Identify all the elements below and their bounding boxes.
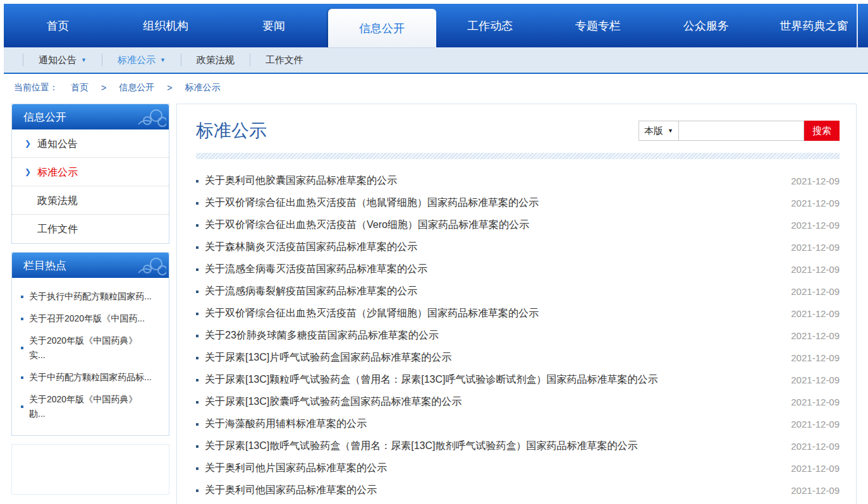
nav-item-world-pharmacopoeia[interactable]: 世界药典之窗 (760, 4, 868, 47)
announcement-link[interactable]: 关于尿素[13C]片呼气试验药盒国家药品标准草案的公示 (205, 351, 783, 364)
bullet-icon (196, 335, 199, 337)
list-item: 关于23价肺炎球菌多糖疫苗国家药品标准草案的公示 2021-12-09 (196, 325, 840, 347)
bullet-icon (21, 405, 23, 408)
list-item: 关于流感病毒裂解疫苗国家药品标准草案的公示 2021-12-09 (196, 280, 840, 303)
list-item: 关于双价肾综合征出血热灭活疫苗（地鼠肾细胞）国家药品标准草案的公示 2021-1… (196, 192, 840, 214)
page-title: 标准公示 (196, 119, 267, 143)
announcement-link[interactable]: 关于奥利司他胶囊国家药品标准草案的公示 (205, 174, 783, 188)
breadcrumb-link-home[interactable]: 首页 (71, 82, 89, 93)
search-input[interactable] (679, 121, 804, 141)
hot-topics-list: 关于执行中药配方颗粒国家药... 关于召开2020年版《中国药... 关于202… (12, 278, 169, 435)
sidebar-panel-title: 信息公开 (23, 110, 66, 124)
bullet-icon (196, 401, 199, 404)
chevron-down-icon: ▼ (81, 57, 87, 63)
sidebar-panel-title: 栏目热点 (23, 258, 66, 273)
hot-topic-item[interactable]: 关于2020年版《中国药典》 实... (21, 330, 161, 366)
sidebar-panel-header: 信息公开 (12, 104, 169, 129)
breadcrumb-separator: > (167, 83, 172, 93)
search-scope-select[interactable]: 本版 ▼ (639, 121, 679, 141)
announcement-link[interactable]: 关于尿素[13C]散呼气试验药盒（曾用名：尿素[13C]散剂呼气试验药盒）国家药… (205, 440, 783, 453)
bullet-icon (196, 489, 199, 492)
announcement-link[interactable]: 关于森林脑炎灭活疫苗国家药品标准草案的公示 (205, 241, 783, 254)
announcement-date: 2021-12-09 (791, 375, 840, 385)
sidebar-item-notices[interactable]: ❯ 通知公告 (12, 129, 169, 158)
breadcrumb-link-standard-publicity[interactable]: 标准公示 (185, 82, 220, 93)
bullet-icon (196, 379, 199, 381)
bullet-icon (196, 224, 199, 227)
nav-item-work-trends[interactable]: 工作动态 (436, 4, 544, 47)
subnav-item-label: 工作文件 (266, 54, 303, 66)
sidebar-item-work-documents[interactable]: 工作文件 (12, 215, 169, 243)
bullet-icon (196, 467, 199, 470)
main-content: 标准公示 本版 ▼ 搜索 关于奥利司他胶囊国家药品标准草案的公示 2021-12… (176, 104, 857, 504)
list-item: 关于海藻酸药用辅料标准草案的公示 2021-12-09 (196, 413, 840, 435)
list-item: 关于森林脑炎灭活疫苗国家药品标准草案的公示 2021-12-09 (196, 236, 840, 258)
subnav-item-label: 政策法规 (197, 54, 235, 66)
nav-item-news[interactable]: 要闻 (220, 4, 328, 47)
announcement-link[interactable]: 关于双价肾综合征出血热灭活疫苗（地鼠肾细胞）国家药品标准草案的公示 (205, 196, 783, 210)
announcement-date: 2021-12-09 (791, 397, 840, 407)
announcement-date: 2021-12-09 (791, 352, 840, 363)
section-divider (196, 153, 840, 159)
search-bar: 本版 ▼ 搜索 (639, 121, 840, 141)
announcement-link[interactable]: 关于流感全病毒灭活疫苗国家药品标准草案的公示 (205, 263, 783, 276)
breadcrumb: 当前位置： 首页 > 信息公开 > 标准公示 (0, 74, 868, 102)
announcement-list: 关于奥利司他胶囊国家药品标准草案的公示 2021-12-09 关于双价肾综合征出… (196, 170, 840, 501)
announcement-date: 2021-12-09 (791, 485, 840, 496)
breadcrumb-link-information-disclosure[interactable]: 信息公开 (119, 82, 154, 93)
chevron-right-icon: ❯ (25, 129, 31, 158)
search-button[interactable]: 搜索 (804, 121, 840, 141)
nav-item-information-disclosure[interactable]: 信息公开 (328, 9, 436, 47)
announcement-date: 2021-12-09 (791, 220, 840, 231)
announcement-link[interactable]: 关于尿素[13C]颗粒呼气试验药盒（曾用名：尿素[13C]呼气试验诊断试剂盒）国… (205, 373, 783, 387)
subnav-item-policies[interactable]: 政策法规 (181, 54, 250, 66)
hot-topic-item[interactable]: 关于召开2020年版《中国药... (21, 308, 161, 330)
bullet-icon (21, 318, 23, 320)
announcement-date: 2021-12-09 (791, 198, 840, 208)
bullet-icon (196, 202, 199, 205)
list-item: 关于双价肾综合征出血热灭活疫苗（Vero细胞）国家药品标准草案的公示 2021-… (196, 214, 840, 236)
sidebar-panel-header: 栏目热点 (12, 253, 169, 278)
subnav-item-work-documents[interactable]: 工作文件 (250, 54, 319, 66)
sidebar-panel-hot-topics: 栏目热点 关于执行中药配方颗粒国家药... 关于召开2020年版《中国药... (11, 252, 169, 436)
bullet-icon (21, 296, 23, 298)
sidebar-item-policies[interactable]: 政策法规 (12, 186, 169, 215)
list-item: 关于奥利司他片国家药品标准草案的公示 2021-12-09 (196, 457, 840, 479)
hot-topic-item[interactable]: 关于2020年版《中国药典》 勘... (21, 388, 161, 425)
announcement-date: 2021-12-09 (791, 242, 840, 253)
sidebar-panel-information-disclosure: 信息公开 ❯ 通知公告 ❯ 标准公示 政策法规 (11, 104, 169, 244)
nav-item-organization[interactable]: 组织机构 (112, 4, 220, 47)
chevron-down-icon: ▼ (160, 57, 166, 63)
nav-edge-divider (857, 4, 858, 47)
list-item: 关于奥利司他国家药品标准草案的公示 2021-12-09 (196, 479, 840, 501)
list-item: 关于尿素[13C]片呼气试验药盒国家药品标准草案的公示 2021-12-09 (196, 347, 840, 369)
bullet-icon (196, 423, 199, 426)
announcement-link[interactable]: 关于奥利司他片国家药品标准草案的公示 (205, 462, 783, 475)
announcement-link[interactable]: 关于奥利司他国家药品标准草案的公示 (205, 484, 783, 497)
announcement-link[interactable]: 关于23价肺炎球菌多糖疫苗国家药品标准草案的公示 (205, 329, 783, 342)
bullet-icon (196, 246, 199, 249)
list-item: 关于尿素[13C]颗粒呼气试验药盒（曾用名：尿素[13C]呼气试验诊断试剂盒）国… (196, 369, 840, 391)
breadcrumb-prefix: 当前位置： (14, 82, 58, 93)
hot-topic-item[interactable]: 关于中药配方颗粒国家药品标... (21, 366, 161, 388)
subnav-item-standard-publicity[interactable]: 标准公示 ▼ (102, 54, 181, 66)
subnav-item-notices[interactable]: 通知公告 ▼ (23, 54, 102, 66)
subnav-item-label: 通知公告 (39, 54, 76, 66)
announcement-date: 2021-12-09 (791, 308, 840, 319)
announcement-link[interactable]: 关于尿素[13C]胶囊呼气试验药盒国家药品标准草案的公示 (205, 395, 783, 409)
announcement-date: 2021-12-09 (791, 463, 840, 474)
search-scope-label: 本版 (644, 125, 663, 137)
sidebar: 信息公开 ❯ 通知公告 ❯ 标准公示 政策法规 (11, 104, 169, 495)
announcement-link[interactable]: 关于流感病毒裂解疫苗国家药品标准草案的公示 (205, 285, 783, 298)
announcement-date: 2021-12-09 (791, 176, 840, 186)
announcement-link[interactable]: 关于海藻酸药用辅料标准草案的公示 (205, 417, 783, 431)
announcement-link[interactable]: 关于双价肾综合征出血热灭活疫苗（沙鼠肾细胞）国家药品标准草案的公示 (205, 307, 783, 320)
nav-item-public-service[interactable]: 公众服务 (652, 4, 760, 47)
hot-topic-item[interactable]: 关于执行中药配方颗粒国家药... (21, 285, 161, 308)
nav-item-home[interactable]: 首页 (4, 4, 112, 47)
nav-item-special-topics[interactable]: 专题专栏 (544, 4, 652, 47)
bullet-icon (196, 445, 199, 448)
sidebar-item-standard-publicity[interactable]: ❯ 标准公示 (12, 158, 169, 186)
announcement-link[interactable]: 关于双价肾综合征出血热灭活疫苗（Vero细胞）国家药品标准草案的公示 (205, 219, 783, 232)
announcement-date: 2021-12-09 (791, 264, 840, 275)
